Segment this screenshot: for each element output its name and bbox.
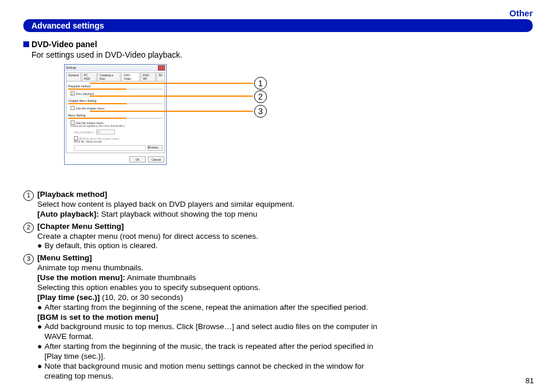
tab-dvd-video[interactable]: DVD-Video (121, 72, 140, 81)
sec3-rule (68, 118, 163, 119)
page-number: 81 (526, 376, 534, 385)
item-3-num: 3 (23, 254, 34, 264)
motion-menu-note: (Video will be applied to the menu thumb… (71, 125, 163, 128)
bullet-icon: ● (37, 241, 42, 251)
browse-button[interactable]: Browse... (147, 145, 163, 151)
motion-menu-checkbox[interactable]: Use the motion menu. (71, 121, 163, 125)
sec2-label: Chapter Menu Setting (68, 99, 163, 103)
sec2-rule (68, 103, 163, 104)
item-3: 3 [Menu Setting] Animate top menu thumbn… (23, 253, 379, 381)
item-2-desc: Create a chapter menu (root menu) for di… (37, 232, 379, 242)
sec3-label: Menu Setting (68, 114, 163, 117)
item-3-l1: Animate top menu thumbnails. (37, 263, 379, 273)
item-3-bgm-b1: Add background music to top menus. Click… (44, 322, 379, 342)
item-2: 2 [Chapter Menu Setting] Create a chapte… (23, 222, 379, 252)
item-3-bgm-b: [BGM is set to the motion menu] (37, 313, 379, 323)
playtime-row: Play time(Sec.): 10 (74, 129, 163, 135)
close-icon[interactable] (158, 65, 165, 70)
item-1-title: [Playback method] (37, 190, 379, 200)
bgm-file-label: BGM file: (Wave format) (74, 140, 163, 143)
sec1-rule (68, 89, 163, 90)
leader-3 (90, 111, 253, 112)
tab-general[interactable]: General (66, 72, 81, 81)
chapter-menu-label: Use the chapter menu. (76, 107, 105, 110)
title-text: Advanced settings (31, 21, 104, 30)
item-1-opt-b: [Auto playback]: (37, 210, 99, 218)
ok-button[interactable]: OK (129, 156, 146, 163)
item-3-use-t: Animate thumbnails (125, 273, 196, 282)
section-heading-text: DVD-Video panel (31, 40, 97, 49)
bgm-file-input[interactable] (74, 145, 146, 151)
item-1: 1 [Playback method] Select how content i… (23, 190, 379, 220)
item-3-use-b: [Use the motion menu]: (37, 273, 125, 282)
cancel-button[interactable]: Cancel (148, 156, 164, 163)
callout-1: 1 (254, 77, 267, 90)
item-3-bgm-b2: After starting from the beginning of the… (44, 342, 379, 362)
callout-2: 2 (254, 90, 267, 103)
sec1-label: Playback method (68, 84, 163, 88)
auto-playback-checkbox[interactable]: Auto playback (71, 91, 163, 96)
auto-playback-label: Auto playback (76, 92, 94, 96)
dialog-footer: OK Cancel (65, 154, 166, 164)
dialog-title-text: Settings (66, 66, 76, 69)
bgm-label: BGM is set to the motion menu. (79, 137, 120, 140)
playtime-select[interactable]: 10 (96, 129, 115, 135)
bullet-icon: ● (37, 342, 42, 362)
dialog-tabs: General PC HDD Creating a Disc DVD-Video… (65, 71, 166, 81)
item-3-title: [Menu Setting] (37, 253, 379, 263)
bullet-icon: ● (37, 303, 42, 313)
dialog-body: Playback method Auto playback Chapter Me… (66, 81, 165, 153)
item-3-bgm-b3: Note that background music and motion me… (44, 362, 379, 382)
dialog-titlebar: Settings (65, 65, 166, 71)
item-1-opt-t: Start playback without showing the top m… (99, 210, 258, 218)
item-1-num: 1 (23, 190, 34, 201)
item-1-desc: Select how content is played back on DVD… (37, 200, 379, 210)
tab-dvd-vr[interactable]: DVD-VR (140, 72, 156, 81)
item-3-pt-b: [Play time (sec.)] (37, 293, 100, 302)
item-2-title: [Chapter Menu Setting] (37, 222, 379, 232)
bgm-checkbox[interactable]: BGM is set to the motion menu. (74, 136, 163, 140)
item-3-pt-t: (10, 20, or 30 seconds) (100, 293, 183, 302)
item-3-pt-bullet: After starting from the beginning of the… (44, 303, 368, 313)
section-desc: For settings used in DVD-Video playback. (31, 50, 390, 59)
tab-creating-disc[interactable]: Creating a Disc (97, 72, 121, 81)
leader-2 (90, 96, 253, 97)
header-category: Other (509, 8, 533, 18)
chapter-menu-checkbox[interactable]: Use the chapter menu. (71, 106, 163, 110)
bullet-icon: ● (37, 362, 42, 382)
tab-sd[interactable]: SD (156, 72, 165, 81)
callout-3: 3 (254, 105, 267, 118)
bullet-icon: ● (37, 322, 42, 342)
leader-1 (90, 83, 253, 84)
section-heading: DVD-Video panel (23, 40, 390, 49)
item-3-l2: Selecting this option enables you to spe… (37, 283, 379, 293)
title-bar: Advanced settings (23, 19, 533, 32)
bullet-icon (23, 41, 29, 47)
item-2-num: 2 (23, 223, 34, 233)
tab-pc-hdd[interactable]: PC HDD (82, 72, 97, 81)
settings-dialog: Settings General PC HDD Creating a Disc … (64, 64, 167, 165)
item-2-bullet: By default, this option is cleared. (44, 241, 157, 251)
playtime-label: Play time(Sec.): (74, 130, 94, 134)
motion-menu-label: Use the motion menu. (76, 121, 104, 125)
